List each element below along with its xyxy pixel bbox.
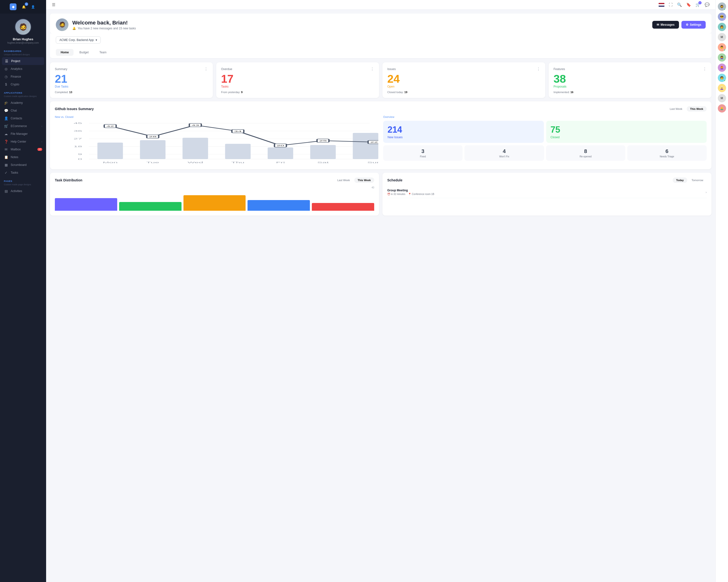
- task-distribution-card: Task Distribution Last Week This Week 40: [50, 173, 379, 216]
- notifications-button[interactable]: 🔔 3: [20, 3, 27, 10]
- svg-text:22: 22: [370, 141, 378, 143]
- fullscreen-icon[interactable]: ⛶: [669, 3, 673, 7]
- bar-max-label: 40: [55, 186, 374, 189]
- sidebar-item-scrumboard[interactable]: ▦ Scrumboard: [0, 161, 46, 169]
- academy-icon: 🎓: [4, 101, 8, 105]
- sidebar-item-activities[interactable]: ▤ Activities: [0, 187, 46, 195]
- sidebar-item-chat[interactable]: 💬 Chat: [0, 107, 46, 114]
- sidebar: ◆ 🔔 3 👤 🧔 Brian Hughes hughes.brian@comp…: [0, 0, 46, 582]
- right-avatar[interactable]: 👨‍🦲: [718, 104, 726, 113]
- search-icon[interactable]: 🔍: [677, 2, 682, 7]
- welcome-section: 🧔 Welcome back, Brian! 🔔 You have 2 new …: [50, 13, 711, 33]
- welcome-avatar: 🧔: [56, 19, 69, 31]
- tab-home[interactable]: Home: [56, 49, 74, 56]
- tomorrow-toggle[interactable]: Tomorrow: [688, 177, 707, 183]
- right-avatar[interactable]: 🧔: [718, 2, 726, 11]
- svg-text:Tue: Tue: [146, 161, 159, 164]
- activities-icon: ▤: [4, 189, 8, 193]
- fixed-card: 3 Fixed: [383, 145, 463, 161]
- settings-button[interactable]: ⚙ Settings: [681, 21, 706, 29]
- flag-icon[interactable]: [658, 3, 665, 7]
- right-avatar[interactable]: 👩‍🦰: [718, 63, 726, 72]
- card-header: Issues ⋮: [387, 67, 540, 71]
- sidebar-item-helpcenter[interactable]: ❓ Help Center ›: [0, 138, 46, 145]
- avatar[interactable]: 🧔: [15, 19, 31, 35]
- features-label: Proposals: [553, 85, 707, 88]
- right-avatar[interactable]: 🧑: [718, 74, 726, 82]
- sidebar-item-notes[interactable]: 📋 Notes: [0, 153, 46, 161]
- svg-rect-13: [140, 140, 165, 159]
- card-menu-icon[interactable]: ⋮: [537, 67, 540, 71]
- ecommerce-icon: 🛒: [4, 124, 8, 128]
- sidebar-item-crypto[interactable]: $ Crypto: [0, 81, 46, 88]
- svg-text:20: 20: [277, 144, 284, 147]
- sidebar-item-ecommerce[interactable]: 🛒 ECommerce ›: [0, 122, 46, 130]
- today-toggle[interactable]: Today: [673, 177, 687, 183]
- bookmark-icon[interactable]: 🔖: [686, 2, 691, 7]
- bar-item: [55, 198, 117, 211]
- online-indicator: [724, 8, 726, 10]
- this-week-toggle[interactable]: This Week: [687, 106, 707, 112]
- tab-budget[interactable]: Budget: [75, 49, 94, 56]
- hamburger-menu[interactable]: ☰: [52, 2, 55, 7]
- task-this-week-toggle[interactable]: This Week: [354, 177, 374, 183]
- sidebar-item-tasks[interactable]: ✓ Tasks: [0, 169, 46, 176]
- task-last-week-toggle[interactable]: Last Week: [334, 177, 353, 183]
- svg-text:0: 0: [78, 158, 82, 160]
- app-logo[interactable]: ◆: [10, 3, 17, 10]
- tab-team[interactable]: Team: [95, 49, 111, 56]
- project-selector-wrap: ACME Corp. Backend App ▾: [50, 33, 711, 47]
- wont-fix-num: 4: [467, 148, 541, 155]
- last-week-toggle[interactable]: Last Week: [666, 106, 686, 112]
- contacts-icon: 👤: [4, 116, 8, 120]
- sidebar-item-contacts[interactable]: 👤 Contacts: [0, 114, 46, 122]
- sidebar-item-analytics[interactable]: ◎ Analytics: [0, 65, 46, 73]
- mailbox-badge: 27: [37, 148, 42, 151]
- sidebar-item-label: Scrumboard: [11, 163, 26, 167]
- notes-icon: 📋: [4, 155, 8, 159]
- right-avatar[interactable]: 👩‍🦱: [718, 53, 726, 62]
- user-profile: 🧔 Brian Hughes hughes.brian@company.com: [0, 13, 46, 47]
- right-avatar[interactable]: 👩‍🦳: [718, 84, 726, 92]
- bar-item: [312, 203, 374, 211]
- sidebar-item-label: Academy: [11, 101, 23, 105]
- chevron-right-icon[interactable]: ›: [706, 190, 707, 194]
- right-avatar[interactable]: M: [718, 94, 726, 102]
- features-sub: Implemented: 16: [553, 91, 707, 93]
- sidebar-item-academy[interactable]: 🎓 Academy: [0, 99, 46, 107]
- welcome-greeting: Welcome back, Brian!: [72, 20, 136, 26]
- toggle-group: Last Week This Week: [666, 106, 707, 112]
- project-selector-label: ACME Corp. Backend App: [59, 38, 94, 42]
- chat-header-icon[interactable]: 💬: [705, 2, 709, 7]
- svg-text:Wed: Wed: [188, 161, 203, 164]
- overview-top: 214 New Issues 75 Closed: [383, 121, 707, 143]
- new-issues-label: New Issues: [388, 136, 540, 139]
- card-menu-icon[interactable]: ⋮: [204, 67, 208, 71]
- right-avatar[interactable]: M: [718, 33, 726, 41]
- messages-button[interactable]: ✉ Messages: [652, 21, 679, 29]
- chevron-down-icon: ▾: [96, 38, 97, 42]
- cart-badge: 5: [698, 1, 702, 4]
- reopened-num: 8: [548, 148, 623, 155]
- sidebar-item-project[interactable]: ☰ Project: [2, 57, 44, 65]
- crypto-icon: $: [4, 82, 8, 86]
- triage-card: 6 Needs Triage: [627, 145, 707, 161]
- card-menu-icon[interactable]: ⋮: [370, 67, 374, 71]
- right-avatar[interactable]: 😎: [718, 12, 726, 21]
- svg-text:18: 18: [74, 145, 82, 148]
- user-icon[interactable]: 👤: [30, 3, 36, 10]
- applications-sub: Custom made application designs: [0, 95, 46, 99]
- sidebar-item-finance[interactable]: ◷ Finance: [0, 73, 46, 81]
- sidebar-item-filemanager[interactable]: ☁ File Manager: [0, 130, 46, 138]
- right-avatar[interactable]: 👨: [718, 43, 726, 51]
- scrumboard-icon: ▦: [4, 163, 8, 167]
- right-avatar[interactable]: 👩: [718, 23, 726, 31]
- sidebar-item-mailbox[interactable]: ✉ Mailbox 27: [0, 145, 46, 153]
- cart-icon[interactable]: 🛒 5: [696, 2, 700, 7]
- svg-text:28: 28: [149, 136, 157, 138]
- svg-text:Thu: Thu: [231, 161, 244, 164]
- github-content: New vs. Closed 45 36 27 18: [55, 115, 707, 164]
- card-menu-icon[interactable]: ⋮: [703, 67, 707, 71]
- help-icon: ❓: [4, 140, 8, 144]
- project-selector[interactable]: ACME Corp. Backend App ▾: [56, 36, 101, 44]
